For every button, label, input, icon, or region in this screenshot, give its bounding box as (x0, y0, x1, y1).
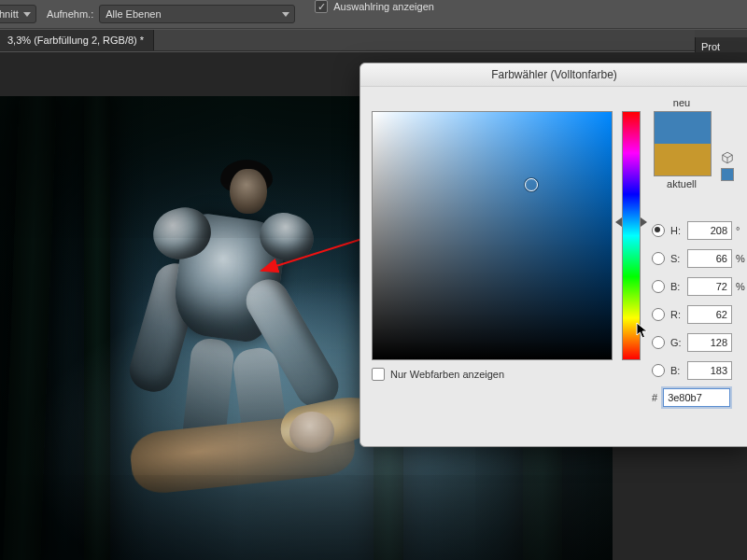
web-colors-only-checkbox[interactable]: Nur Webfarben anzeigen (372, 368, 504, 381)
sv-cursor-icon (525, 178, 538, 191)
checkbox-box-icon (372, 368, 385, 381)
color-field-h: H:° (652, 217, 747, 245)
new-color-label: neu (654, 97, 710, 108)
color-field-s: S:% (652, 245, 747, 273)
color-mode-radio[interactable] (652, 364, 665, 377)
sample-average-select-wrap: el Durchschnitt (0, 5, 36, 23)
hue-handle-left-icon (615, 217, 622, 227)
sample-average-select[interactable]: el Durchschnitt (0, 5, 36, 23)
color-field-input[interactable] (687, 221, 732, 240)
color-field-input[interactable] (687, 333, 732, 352)
color-mode-radio[interactable] (652, 308, 665, 321)
cube-icon[interactable] (721, 151, 734, 164)
color-field-b: B:% (652, 273, 747, 301)
color-picker-body: neu aktuell H:°S:%B:%R:G:B: # Nur Webfar… (372, 97, 740, 435)
options-bar: el Durchschnitt Aufnehm.: Alle Ebenen ✓ … (0, 0, 747, 29)
color-picker-dialog: Farbwähler (Volltonfarbe) neu aktuell H:… (359, 63, 747, 447)
sample-layers-select[interactable]: Alle Ebenen (99, 5, 295, 23)
color-field-label: B: (670, 365, 687, 376)
color-field-b-rgb: B: (652, 357, 747, 385)
sample-layers-select-wrap: Alle Ebenen (99, 5, 295, 23)
color-field-label: R: (670, 309, 687, 320)
saturation-value-field[interactable] (372, 111, 613, 360)
color-mode-radio[interactable] (652, 252, 665, 265)
document-title: 3,3% (Farbfüllung 2, RGB/8) * (7, 35, 144, 46)
color-field-input[interactable] (687, 305, 732, 324)
web-colors-only-label: Nur Webfarben anzeigen (390, 369, 504, 380)
color-field-unit: % (736, 281, 747, 292)
color-field-label: S: (670, 253, 687, 264)
hex-row: # (652, 388, 730, 407)
current-color-label: aktuell (654, 178, 710, 189)
color-field-label: B: (670, 281, 687, 292)
color-mode-radio[interactable] (652, 280, 665, 293)
websafe-swatch-icon[interactable] (721, 168, 734, 181)
hue-handle-right-icon (641, 217, 647, 227)
hash-label: # (652, 392, 657, 403)
hue-slider[interactable] (622, 111, 641, 360)
color-mode-radio[interactable] (652, 224, 665, 237)
color-field-g-rgb: G: (652, 329, 747, 357)
color-field-input[interactable] (687, 249, 732, 268)
check-icon: ✓ (317, 2, 326, 12)
document-tab-bar: 3,3% (Farbfüllung 2, RGB/8) * (0, 30, 747, 51)
show-sampling-ring-label: Auswahlring anzeigen (333, 1, 434, 12)
color-field-input[interactable] (687, 277, 732, 296)
color-picker-title[interactable]: Farbwähler (Volltonfarbe) (360, 63, 747, 87)
color-field-unit: % (736, 253, 747, 264)
color-field-input[interactable] (687, 361, 732, 380)
new-color-swatch[interactable] (655, 112, 711, 144)
sample-layers-label: Aufnehm.: (47, 8, 93, 20)
color-field-unit: ° (736, 225, 747, 236)
color-field-label: H: (670, 225, 687, 236)
color-field-label: G: (670, 337, 687, 348)
checkbox-box-icon: ✓ (315, 0, 328, 13)
color-mode-radio[interactable] (652, 336, 665, 349)
color-values-group: H:°S:%B:%R:G:B: (652, 217, 747, 385)
color-swatch (654, 111, 712, 176)
document-tab[interactable]: 3,3% (Farbfüllung 2, RGB/8) * (0, 30, 154, 50)
show-sampling-ring-checkbox[interactable]: ✓ Auswahlring anzeigen (315, 0, 434, 13)
color-field-r-rgb: R: (652, 301, 747, 329)
current-color-swatch[interactable] (655, 144, 711, 175)
hex-input[interactable] (663, 388, 730, 407)
